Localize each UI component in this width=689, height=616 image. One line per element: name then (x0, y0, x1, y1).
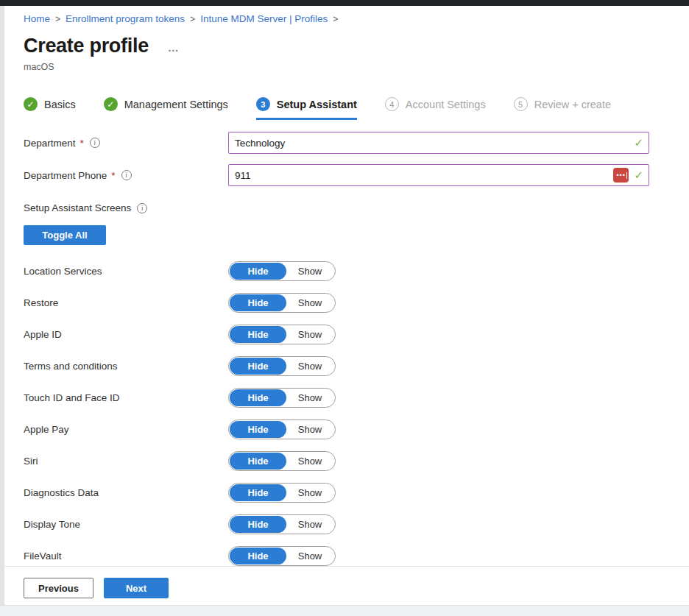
wizard-footer: Previous Next (24, 578, 169, 598)
show-option[interactable]: Show (286, 263, 333, 280)
step-complete-check-icon: ✓ (104, 97, 118, 111)
toggle-row-label: FileVault (24, 550, 228, 562)
step-number-icon: 3 (256, 97, 270, 111)
toggle-row-label: Diagnostics Data (24, 487, 228, 498)
hide-show-toggle[interactable]: Hide Show (228, 388, 336, 408)
step-account-settings[interactable]: 4 Account Settings (385, 97, 486, 120)
hide-option-selected[interactable]: Hide (230, 421, 286, 438)
hide-show-toggle[interactable]: Hide Show (228, 261, 336, 281)
hide-option-selected[interactable]: Hide (230, 326, 286, 343)
info-icon[interactable]: i (90, 138, 100, 148)
hide-option-selected[interactable]: Hide (230, 263, 286, 280)
hide-show-toggle[interactable]: Hide Show (228, 419, 336, 439)
autofill-dots: ••• (615, 172, 625, 179)
toggle-row-label: Display Tone (24, 519, 228, 530)
department-input[interactable]: Technology ✓ (228, 132, 649, 154)
show-option[interactable]: Show (286, 421, 333, 438)
show-option[interactable]: Show (286, 548, 333, 564)
breadcrumb-home-link[interactable]: Home (24, 13, 50, 24)
bottom-edge-strip (0, 605, 689, 616)
hide-show-toggle[interactable]: Hide Show (228, 293, 336, 313)
toggle-row-label: Apple Pay (24, 424, 228, 435)
show-option[interactable]: Show (286, 516, 333, 533)
hide-show-toggle[interactable]: Hide Show (228, 451, 336, 471)
breadcrumb-enrollment-tokens-link[interactable]: Enrollment program tokens (66, 13, 185, 24)
breadcrumb: Home > Enrollment program tokens > Intun… (24, 13, 689, 24)
show-option[interactable]: Show (286, 453, 333, 470)
hide-show-toggle[interactable]: Hide Show (228, 325, 336, 344)
toggle-row-label: Siri (24, 456, 228, 467)
toggle-row-display-tone: Display Tone Hide Show (24, 509, 689, 540)
hide-option-selected[interactable]: Hide (230, 548, 286, 564)
department-phone-label: Department Phone (24, 170, 107, 181)
toggle-all-button[interactable]: Toggle All (24, 225, 106, 245)
required-asterisk: * (80, 138, 84, 149)
toggle-row-label: Touch ID and Face ID (24, 392, 228, 403)
department-phone-input[interactable]: 911 ••• ✓ (228, 164, 649, 186)
create-profile-page: Home > Enrollment program tokens > Intun… (4, 6, 689, 605)
hide-option-selected[interactable]: Hide (230, 389, 286, 406)
step-basics[interactable]: ✓ Basics (24, 97, 76, 120)
step-setup-assistant[interactable]: 3 Setup Assistant (256, 97, 357, 120)
toggle-row-siri: Siri Hide Show (24, 445, 689, 477)
department-input-value: Technology (235, 138, 285, 149)
password-manager-autofill-icon[interactable]: ••• (613, 168, 629, 183)
valid-check-icon: ✓ (634, 136, 643, 149)
hide-option-selected[interactable]: Hide (230, 484, 286, 501)
show-option[interactable]: Show (286, 484, 333, 501)
toggle-row-terms-and-conditions: Terms and conditions Hide Show (24, 350, 689, 382)
toggle-row-touch-id-face-id: Touch ID and Face ID Hide Show (24, 382, 689, 414)
toggle-row-label: Apple ID (24, 329, 228, 340)
step-management-settings[interactable]: ✓ Management Settings (104, 97, 228, 120)
toggle-row-filevault: FileVault Hide Show (24, 540, 689, 572)
setup-assistant-screens-section: Setup Assistant Screens i (24, 202, 689, 213)
toggle-row-apple-pay: Apple Pay Hide Show (24, 414, 689, 445)
hide-option-selected[interactable]: Hide (230, 358, 286, 375)
toggle-row-diagnostics-data: Diagnostics Data Hide Show (24, 477, 689, 509)
show-option[interactable]: Show (286, 389, 333, 406)
setup-assistant-screens-label: Setup Assistant Screens (24, 202, 131, 213)
footer-divider (4, 566, 689, 567)
toggle-row-apple-id: Apple ID Hide Show (24, 319, 689, 350)
toggle-row-restore: Restore Hide Show (24, 287, 689, 319)
hide-show-toggle[interactable]: Hide Show (228, 546, 336, 566)
show-option[interactable]: Show (286, 326, 333, 343)
department-phone-input-value: 911 (235, 170, 251, 181)
breadcrumb-intune-mdm-profiles-link[interactable]: Intune MDM Server | Profiles (200, 13, 328, 24)
show-option[interactable]: Show (286, 294, 333, 311)
breadcrumb-separator: > (55, 14, 60, 24)
more-options-ellipsis-icon[interactable]: … (168, 41, 180, 54)
toggle-row-location-services: Location Services Hide Show (24, 255, 689, 287)
step-label: Review + create (534, 99, 611, 110)
page-title: Create profile (24, 35, 149, 57)
hide-show-toggle[interactable]: Hide Show (228, 483, 336, 503)
next-button[interactable]: Next (104, 578, 169, 598)
step-complete-check-icon: ✓ (24, 97, 38, 111)
autofill-cursor-bar (626, 172, 628, 179)
info-icon[interactable]: i (137, 203, 147, 213)
toggle-row-label: Restore (24, 297, 228, 308)
toggle-row-label: Terms and conditions (24, 361, 228, 372)
step-label: Management Settings (124, 99, 228, 110)
info-icon[interactable]: i (121, 170, 132, 180)
step-label: Account Settings (406, 99, 486, 110)
department-phone-field-row: Department Phone * i 911 ••• ✓ (24, 164, 689, 186)
hide-show-toggle[interactable]: Hide Show (228, 514, 336, 534)
step-label: Basics (44, 99, 76, 110)
hide-option-selected[interactable]: Hide (230, 453, 286, 470)
step-review-create[interactable]: 5 Review + create (514, 97, 611, 120)
hide-show-toggle[interactable]: Hide Show (228, 356, 336, 376)
department-label: Department (24, 138, 76, 149)
previous-button[interactable]: Previous (24, 578, 93, 598)
show-option[interactable]: Show (286, 358, 333, 375)
required-asterisk: * (111, 170, 115, 181)
hide-option-selected[interactable]: Hide (230, 516, 286, 533)
hide-option-selected[interactable]: Hide (230, 294, 286, 311)
browser-top-bar (0, 0, 689, 6)
step-label: Setup Assistant (277, 99, 357, 110)
step-number-icon: 5 (514, 97, 528, 111)
department-field-row: Department * i Technology ✓ (24, 132, 689, 154)
valid-check-icon: ✓ (634, 169, 643, 182)
toggle-row-label: Location Services (24, 266, 228, 277)
step-number-icon: 4 (385, 97, 399, 111)
